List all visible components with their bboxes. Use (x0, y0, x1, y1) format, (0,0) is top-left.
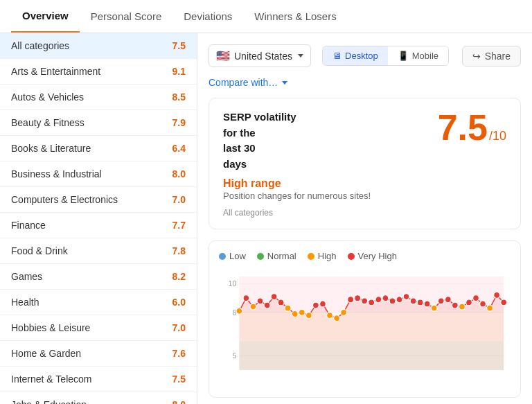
right-panel: 🇺🇸 United States 🖥 Desktop 📱 Mobile (197, 33, 532, 404)
nav-deviations[interactable]: Deviations (172, 1, 243, 32)
category-name: Autos & Vehicles (11, 91, 84, 103)
category-name: Home & Garden (11, 348, 81, 359)
controls-row: 🇺🇸 United States 🖥 Desktop 📱 Mobile (209, 44, 521, 67)
legend-item-normal: Normal (257, 251, 296, 261)
svg-point-42 (466, 299, 472, 306)
serp-card: SERP volatility for the last 30 days Hig… (209, 98, 521, 229)
sidebar-item-13[interactable]: Internet & Telecom 7.5 (0, 367, 197, 392)
svg-point-28 (369, 299, 375, 306)
category-score: 7.6 (172, 348, 186, 359)
sidebar-item-4[interactable]: Books & Literature 6.4 (0, 136, 197, 161)
category-name: Arts & Entertainment (11, 66, 100, 77)
sidebar-item-9[interactable]: Games 8.2 (0, 264, 197, 290)
legend-item-high: High (308, 251, 337, 261)
serp-score-denom: /10 (489, 129, 506, 143)
sidebar-item-3[interactable]: Beauty & Fitness 7.9 (0, 110, 197, 136)
compare-link[interactable]: Compare with… (209, 77, 521, 88)
svg-point-43 (473, 295, 479, 301)
svg-point-11 (250, 304, 256, 310)
category-score: 7.0 (172, 322, 186, 333)
svg-point-17 (292, 311, 298, 317)
sidebar-item-7[interactable]: Finance 7.7 (0, 213, 197, 238)
svg-point-27 (362, 298, 368, 304)
category-name: Computers & Electronics (11, 194, 118, 205)
serp-title: SERP volatility for the last 30 days (223, 109, 438, 172)
device-toggle: 🖥 Desktop 📱 Mobile (322, 46, 449, 66)
nav-overview[interactable]: Overview (11, 0, 80, 33)
sidebar-item-10[interactable]: Health 6.0 (0, 290, 197, 315)
svg-point-16 (285, 305, 291, 311)
category-score: 7.5 (172, 40, 186, 51)
serp-score-value: 7.5 (438, 109, 488, 146)
category-score: 8.2 (172, 271, 186, 282)
category-name: Finance (11, 220, 46, 231)
legend-dot (308, 253, 314, 260)
main-layout: All categories 7.5Arts & Entertainment 9… (0, 33, 532, 404)
svg-point-15 (278, 299, 284, 306)
svg-point-22 (327, 313, 333, 319)
serp-chart: 5 8 10 (219, 270, 511, 387)
mobile-label: Mobile (412, 51, 438, 61)
category-name: Games (11, 271, 42, 282)
category-score: 7.9 (172, 117, 186, 128)
device-toggle-group: 🖥 Desktop 📱 Mobile (317, 46, 449, 66)
compare-chevron-icon (282, 81, 287, 85)
svg-point-38 (438, 298, 444, 304)
legend-label: Low (229, 251, 246, 261)
desktop-btn[interactable]: 🖥 Desktop (323, 46, 388, 65)
category-score: 7.0 (172, 194, 186, 205)
svg-point-47 (501, 299, 507, 306)
svg-point-36 (424, 301, 430, 307)
svg-text:10: 10 (228, 279, 236, 288)
mobile-btn[interactable]: 📱 Mobile (388, 46, 448, 65)
sidebar-item-6[interactable]: Computers & Electronics 7.0 (0, 187, 197, 213)
legend-item-low: Low (219, 251, 246, 261)
sidebar-item-0[interactable]: All categories 7.5 (0, 33, 197, 59)
svg-point-46 (494, 292, 500, 299)
svg-point-23 (334, 315, 340, 322)
sidebar-item-2[interactable]: Autos & Vehicles 8.5 (0, 85, 197, 110)
category-name: Books & Literature (11, 143, 91, 154)
legend-dot (257, 253, 264, 260)
category-name: Beauty & Fitness (11, 117, 85, 128)
category-score: 8.0 (172, 168, 186, 179)
category-score: 7.5 (172, 374, 186, 385)
mobile-icon: 📱 (398, 51, 409, 61)
serp-description: Position changes for numerous sites! (223, 191, 371, 201)
svg-point-41 (459, 304, 466, 310)
sidebar-item-12[interactable]: Home & Garden 7.6 (0, 341, 197, 367)
desktop-label: Desktop (345, 51, 378, 61)
category-score: 7.8 (172, 245, 186, 256)
svg-point-25 (348, 297, 354, 303)
sidebar-item-11[interactable]: Hobbies & Leisure 7.0 (0, 315, 197, 341)
svg-point-13 (264, 302, 270, 308)
serp-score: 7.5 /10 (438, 109, 506, 146)
legend-dot (219, 253, 226, 260)
desktop-icon: 🖥 (332, 51, 342, 61)
svg-point-32 (396, 297, 402, 303)
compare-row: Compare with… (209, 77, 521, 88)
nav-winners-losers[interactable]: Winners & Losers (243, 1, 347, 32)
category-name: Jobs & Education (11, 399, 87, 404)
compare-label: Compare with… (209, 77, 278, 88)
svg-point-26 (355, 295, 361, 301)
category-name: Business & Industrial (11, 168, 102, 179)
svg-point-14 (271, 294, 277, 300)
sidebar-item-14[interactable]: Jobs & Education 8.0 (0, 392, 197, 404)
sidebar-item-8[interactable]: Food & Drink 7.8 (0, 238, 197, 264)
svg-point-33 (403, 294, 409, 300)
chart-legend: Low Normal High Very High (219, 251, 511, 261)
nav-personal-score[interactable]: Personal Score (80, 1, 173, 32)
sidebar-item-1[interactable]: Arts & Entertainment 9.1 (0, 59, 197, 85)
share-button[interactable]: ↪ Share (462, 46, 521, 67)
sidebar-item-5[interactable]: Business & Industrial 8.0 (0, 161, 197, 187)
country-selector[interactable]: 🇺🇸 United States (209, 44, 311, 67)
serp-info: SERP volatility for the last 30 days Hig… (223, 109, 438, 218)
legend-dot (348, 253, 355, 260)
svg-point-39 (445, 297, 451, 303)
svg-text:8: 8 (232, 308, 236, 317)
country-flag: 🇺🇸 (216, 49, 230, 62)
serp-subtitle: All categories (223, 208, 438, 218)
svg-point-24 (341, 309, 347, 315)
svg-point-44 (480, 301, 486, 307)
